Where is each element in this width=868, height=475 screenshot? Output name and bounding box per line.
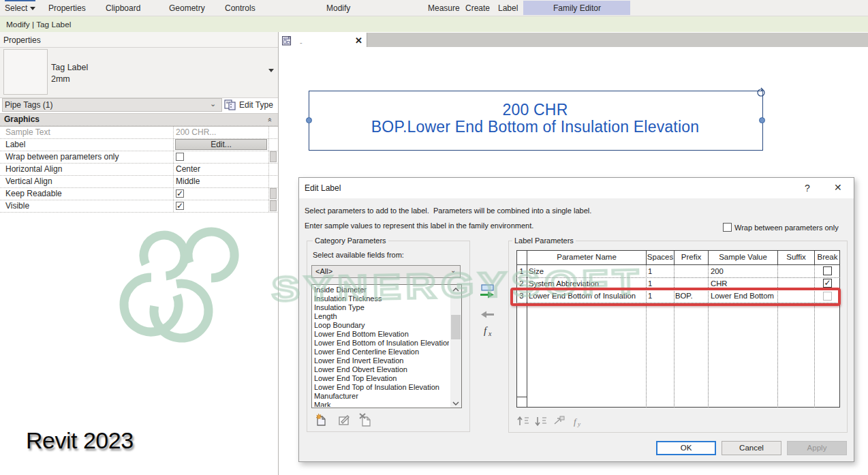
svg-text:y: y <box>577 420 580 427</box>
svg-text:x: x <box>488 330 492 337</box>
svg-text:f: f <box>484 325 488 336</box>
